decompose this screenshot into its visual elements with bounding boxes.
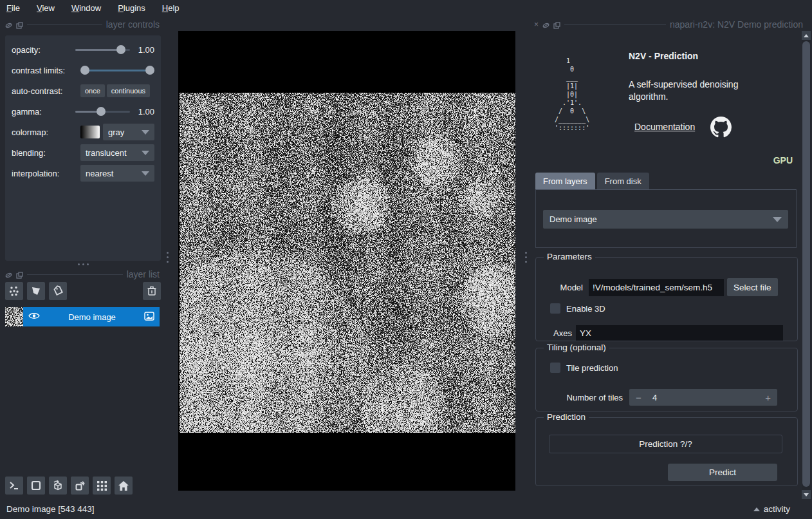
n2v-ascii-logo: 1 0 ___ |1| |0| .'1'. / 0 \ /_______\ ':… — [555, 57, 589, 132]
gamma-value: 1.00 — [130, 107, 154, 117]
layer-row-demo-image[interactable]: Demo image — [5, 307, 160, 326]
activity-up-arrow-icon — [753, 507, 760, 511]
float-panel-icon[interactable] — [16, 271, 23, 278]
plus-icon[interactable]: + — [762, 392, 771, 403]
interpolation-label: interpolation: — [12, 169, 80, 178]
chevron-down-icon — [142, 171, 149, 176]
n2v-tabs: From layers From disk — [535, 173, 649, 189]
layer-list-header: layer list — [5, 269, 160, 279]
roll-dimensions-button[interactable] — [49, 477, 67, 495]
cursor-status-text: Demo image [543 443] — [6, 504, 95, 514]
menu-bar: File View Window Plugins Help — [0, 0, 812, 15]
opacity-value: 1.00 — [130, 45, 154, 55]
parameters-group: Parameters Model Select file Enable 3D A… — [535, 257, 798, 341]
prediction-progress-bar: Prediction ?/? — [549, 435, 782, 453]
close-panel-icon[interactable]: × — [534, 21, 539, 28]
menu-view[interactable]: View — [37, 3, 55, 13]
blending-select[interactable]: translucent — [80, 144, 154, 161]
layer-controls-header: layer controls — [5, 19, 160, 30]
transpose-dimensions-button[interactable] — [71, 477, 89, 495]
viewer-canvas[interactable] — [178, 31, 515, 491]
layer-list-toolbar — [5, 282, 161, 300]
panel-splitter-handle[interactable] — [78, 263, 89, 265]
new-shapes-layer-button[interactable] — [27, 282, 45, 300]
float-panel-icon[interactable] — [16, 21, 23, 28]
opacity-slider[interactable] — [75, 44, 130, 55]
scroll-up-icon[interactable] — [802, 31, 811, 40]
toggle-2d-3d-button[interactable] — [27, 477, 45, 495]
colormap-gradient-swatch — [80, 126, 100, 138]
github-icon[interactable] — [710, 117, 732, 138]
menu-plugins[interactable]: Plugins — [118, 3, 145, 13]
n2v-title: N2V - Prediction — [629, 51, 698, 61]
new-labels-layer-button[interactable] — [49, 282, 67, 300]
demo-image-layer — [180, 93, 515, 433]
model-path-input[interactable] — [589, 279, 724, 296]
header-divider — [27, 274, 123, 275]
scroll-down-icon[interactable] — [802, 490, 811, 499]
hide-panel-icon[interactable] — [5, 271, 12, 278]
right-panel-scrollbar[interactable] — [802, 31, 811, 499]
status-bar: Demo image [543 443] activity — [0, 499, 812, 519]
minus-icon[interactable]: − — [636, 392, 645, 403]
prediction-legend: Prediction — [544, 412, 589, 422]
grid-view-button[interactable] — [93, 477, 111, 495]
chevron-down-icon — [142, 130, 149, 135]
prediction-progress-text: Prediction ?/? — [639, 439, 692, 449]
menu-help[interactable]: Help — [162, 3, 180, 13]
chevron-down-icon — [142, 151, 149, 155]
image-layer-type-icon — [144, 312, 154, 323]
console-button[interactable] — [5, 477, 23, 495]
number-of-tiles-value: 4 — [645, 393, 762, 402]
auto-contrast-label: auto-contrast: — [12, 86, 80, 96]
gamma-label: gamma: — [12, 107, 75, 117]
home-reset-view-button[interactable] — [115, 477, 133, 495]
right-dock-resize-handle[interactable] — [525, 252, 527, 263]
float-panel-icon[interactable] — [553, 21, 560, 28]
documentation-link[interactable]: Documentation — [634, 122, 695, 132]
layer-thumbnail — [5, 307, 23, 326]
opacity-label: opacity: — [12, 45, 75, 55]
input-layer-select[interactable]: Demo image — [543, 210, 788, 229]
model-label: Model — [536, 283, 583, 292]
tab-from-disk[interactable]: From disk — [597, 173, 649, 189]
header-divider — [564, 24, 666, 25]
colormap-select[interactable]: gray — [103, 124, 154, 140]
new-points-layer-button[interactable] — [5, 282, 23, 300]
number-of-tiles-stepper[interactable]: − 4 + — [629, 389, 777, 406]
contrast-limits-label: contrast limits: — [12, 66, 80, 75]
delete-layer-button[interactable] — [143, 282, 161, 300]
number-of-tiles-label: Number of tiles — [536, 393, 623, 402]
tiling-group: Tiling (optional) Tile prediction Number… — [535, 348, 798, 411]
gpu-status-label: GPU — [734, 155, 793, 165]
layer-list-title: layer list — [127, 269, 160, 279]
predict-button[interactable]: Predict — [668, 464, 777, 481]
layer-controls-panel: opacity: 1.00 contrast limits: auto-cont… — [5, 35, 161, 261]
left-dock-resize-handle[interactable] — [167, 252, 169, 263]
n2v-panel-title: napari-n2v: N2V Demo prediction — [670, 19, 803, 30]
tab-from-layers[interactable]: From layers — [535, 173, 595, 189]
menu-file[interactable]: File — [6, 3, 20, 13]
contrast-limits-slider[interactable] — [80, 64, 154, 76]
interpolation-select[interactable]: nearest — [80, 165, 154, 182]
enable-3d-checkbox[interactable] — [550, 303, 560, 314]
layer-visibility-eye-icon[interactable] — [28, 312, 40, 322]
prediction-group: Prediction Prediction ?/? Predict — [535, 417, 798, 486]
interpolation-value: nearest — [86, 169, 113, 178]
hide-panel-icon[interactable] — [5, 21, 12, 28]
hide-panel-icon[interactable] — [542, 21, 549, 28]
axes-input[interactable] — [576, 325, 783, 341]
n2v-panel-header: × napari-n2v: N2V Demo prediction — [534, 19, 803, 30]
gamma-slider[interactable] — [75, 106, 130, 117]
activity-toggle[interactable]: activity — [753, 504, 790, 514]
n2v-description: A self-supervised denoising algorithm. — [629, 79, 738, 103]
tile-prediction-checkbox[interactable] — [550, 363, 560, 373]
colormap-label: colormap: — [12, 127, 80, 137]
menu-window[interactable]: Window — [71, 3, 101, 13]
scrollbar-thumb[interactable] — [802, 41, 810, 487]
auto-contrast-continuous-button[interactable]: continuous — [107, 84, 150, 97]
select-file-button[interactable]: Select file — [727, 278, 778, 296]
auto-contrast-once-button[interactable]: once — [80, 84, 105, 97]
viewer-toolbar — [5, 477, 133, 495]
chevron-down-icon — [773, 217, 782, 222]
